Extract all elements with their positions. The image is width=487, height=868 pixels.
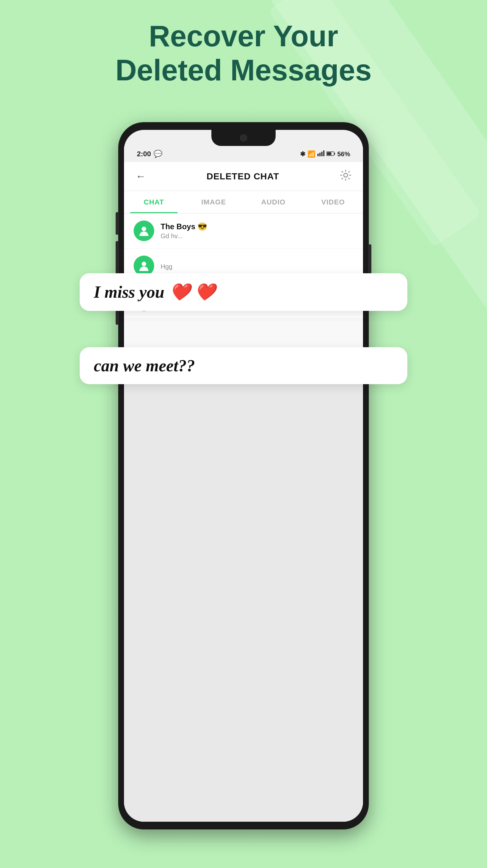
svg-point-7 [344, 173, 348, 177]
svg-point-8 [142, 227, 146, 231]
signal-icon [317, 151, 324, 158]
wifi-icon: 📶 [307, 150, 316, 158]
message-bubble-1: I miss you ❤️ ❤️ [80, 273, 407, 311]
chat-info: Hgg [161, 262, 353, 270]
svg-rect-3 [323, 151, 324, 156]
battery-percent: 56% [337, 151, 350, 158]
svg-rect-0 [317, 154, 319, 156]
battery-icon [326, 151, 335, 158]
power-button [368, 244, 371, 277]
app-header: ← DELETED CHAT [124, 162, 363, 191]
chat-info: The Boys 😎 Gd hv... [161, 222, 353, 240]
phone-screen: 2:00 💬 ✱ 📶 [124, 130, 363, 822]
status-right: ✱ 📶 [300, 150, 350, 158]
avatar [134, 220, 154, 241]
bubble-text-1: I miss you [94, 283, 164, 302]
svg-rect-6 [327, 152, 331, 155]
status-time: 2:00 [137, 150, 151, 158]
svg-point-9 [142, 262, 146, 266]
chat-preview: Gd hv... [161, 232, 353, 240]
back-button[interactable]: ← [136, 170, 146, 182]
hero-title: Recover Your Deleted Messages [0, 19, 487, 88]
tab-chat[interactable]: CHAT [124, 191, 184, 213]
message-bubble-2: can we meet?? [80, 347, 407, 384]
phone-shell: 2:00 💬 ✱ 📶 [118, 122, 369, 830]
chat-preview: Hgg [161, 263, 353, 270]
heart-emoji-1: ❤️ ❤️ [170, 282, 216, 302]
bluetooth-icon: ✱ [300, 150, 305, 158]
svg-rect-5 [334, 153, 335, 155]
whatsapp-status-icon: 💬 [154, 150, 162, 158]
status-bar: 2:00 💬 ✱ 📶 [124, 146, 363, 162]
tab-video[interactable]: VIDEO [303, 191, 363, 213]
app-header-title: DELETED CHAT [206, 172, 279, 182]
tab-image[interactable]: IMAGE [184, 191, 244, 213]
settings-button[interactable] [340, 169, 351, 183]
front-camera [240, 134, 247, 142]
tab-audio[interactable]: AUDIO [244, 191, 303, 213]
empty-area [124, 374, 363, 822]
phone-notch [212, 130, 275, 146]
svg-rect-2 [321, 152, 323, 156]
svg-rect-1 [319, 153, 321, 156]
status-left: 2:00 💬 [137, 150, 162, 158]
chat-item[interactable]: The Boys 😎 Gd hv... [124, 214, 363, 248]
chat-name: The Boys 😎 [161, 222, 353, 231]
phone-mockup: I miss you ❤️ ❤️ can we meet?? 2:00 💬 [118, 122, 369, 830]
bubble-text-2: can we meet?? [94, 356, 195, 375]
mute-button [116, 212, 119, 235]
tab-bar: CHAT IMAGE AUDIO VIDEO [124, 191, 363, 214]
